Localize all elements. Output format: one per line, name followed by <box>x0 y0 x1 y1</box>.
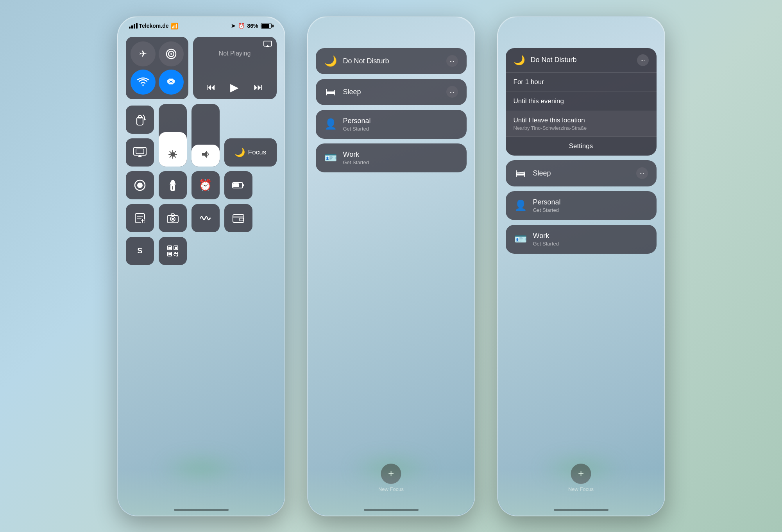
focus-screen-2: 🌙 Do Not Disturb ··· 🛏 Sleep ··· <box>308 40 474 180</box>
brightness-slider[interactable] <box>159 104 187 167</box>
volume-slider[interactable] <box>191 104 220 167</box>
personal-sub-label-3: Get Started <box>533 207 561 213</box>
personal-sub-label: Get Started <box>343 126 371 132</box>
dnd-settings-button[interactable]: Settings <box>506 137 657 156</box>
dnd-item-left: 🌙 Do Not Disturb <box>324 55 389 67</box>
voice-memos-button[interactable] <box>191 204 220 232</box>
work-id-icon: 🪪 <box>324 152 337 164</box>
dnd-header-label: Do Not Disturb <box>531 56 577 64</box>
home-indicator-1 <box>174 509 229 511</box>
cc-grid-row-1: ⏰ <box>126 171 277 199</box>
sleep-bed-icon: 🛏 <box>324 86 337 98</box>
svg-point-19 <box>137 183 143 188</box>
carrier-label: Telekom.de <box>139 23 169 29</box>
personal-label-3: Personal <box>533 198 561 206</box>
svg-line-13 <box>170 151 170 152</box>
dnd-header: 🌙 Do Not Disturb ··· <box>506 48 657 72</box>
focus-button[interactable]: 🌙 Focus <box>224 138 277 167</box>
sleep-item-left-3: 🛏 Sleep <box>514 167 551 179</box>
wifi-button[interactable] <box>131 70 156 95</box>
sleep-label-group: Sleep <box>343 88 361 96</box>
dnd-options-list: For 1 hour Until this evening Until I le… <box>506 72 657 156</box>
cellular-button[interactable] <box>159 41 184 66</box>
work-item-left-3: 🪪 Work Get Started <box>514 232 559 247</box>
dnd-option-evening[interactable]: Until this evening <box>506 92 657 111</box>
battery-icon <box>261 23 274 29</box>
work-label-3: Work <box>533 232 559 240</box>
airplay-cast-icon[interactable] <box>263 41 272 50</box>
camera-button[interactable] <box>159 204 187 232</box>
svg-point-34 <box>172 218 174 220</box>
airplane-mode-button[interactable]: ✈ <box>131 41 156 66</box>
media-play-button[interactable]: ▶ <box>230 81 239 94</box>
focus-list-2: 🌙 Do Not Disturb ··· 🛏 Sleep ··· <box>316 48 467 172</box>
dnd-focus-item[interactable]: 🌙 Do Not Disturb ··· <box>316 48 467 74</box>
svg-rect-22 <box>172 180 174 181</box>
orientation-lock-button[interactable] <box>126 106 154 134</box>
sleep-focus-item[interactable]: 🛏 Sleep ··· <box>316 79 467 105</box>
signal-icon <box>129 23 138 29</box>
cc-grid-row-3: S <box>126 237 277 265</box>
sleep-bed-icon-3: 🛏 <box>514 167 527 179</box>
dnd-more-button[interactable]: ··· <box>446 55 458 67</box>
connectivity-panel: ✈ ⭖ <box>126 37 188 99</box>
personal-item-left-3: 👤 Personal Get Started <box>514 198 561 213</box>
screen-mirror-button[interactable] <box>126 138 154 167</box>
svg-rect-43 <box>168 253 171 255</box>
svg-rect-35 <box>233 215 244 222</box>
flashlight-button[interactable] <box>159 171 187 199</box>
battery-health-button[interactable] <box>224 171 252 199</box>
screen-record-button[interactable] <box>126 171 154 199</box>
dnd-option-location-label: Until I leave this location <box>514 116 649 124</box>
svg-rect-39 <box>168 247 171 249</box>
status-right: ➤ ⏰ 86% <box>231 23 273 29</box>
work-label-group-3: Work Get Started <box>533 232 559 247</box>
work-focus-item[interactable]: 🪪 Work Get Started <box>316 143 467 172</box>
phone-1-frame: Telekom.de 📶 ➤ ⏰ 86% ✈ <box>117 16 285 516</box>
sleep-label: Sleep <box>343 88 361 96</box>
svg-rect-37 <box>240 218 243 221</box>
dnd-moon-icon: 🌙 <box>324 55 337 67</box>
shazam-button[interactable]: S <box>126 237 154 265</box>
dnd-option-1hour[interactable]: For 1 hour <box>506 73 657 92</box>
focus-moon-icon: 🌙 <box>234 147 245 158</box>
svg-point-8 <box>171 152 175 156</box>
alarm-button[interactable]: ⏰ <box>191 171 220 199</box>
home-indicator-2 <box>364 509 419 511</box>
qr-scanner-button[interactable] <box>159 237 187 265</box>
personal-focus-item[interactable]: 👤 Personal Get Started <box>316 110 467 139</box>
dnd-option-location[interactable]: Until I leave this location Nearby Tino-… <box>506 111 657 137</box>
blur-bottom-2 <box>308 469 474 516</box>
work-sub-label: Get Started <box>343 159 369 165</box>
home-indicator-3 <box>554 509 608 511</box>
status-left: Telekom.de 📶 <box>129 22 178 30</box>
blur-bottom-3 <box>498 469 664 516</box>
svg-marker-17 <box>202 151 207 158</box>
sleep-more-button-3[interactable]: ··· <box>636 167 648 179</box>
sleep-focus-item-3[interactable]: 🛏 Sleep ··· <box>506 160 657 186</box>
sleep-item-left: 🛏 Sleep <box>324 86 361 98</box>
status-bar-1: Telekom.de 📶 ➤ ⏰ 86% <box>118 17 285 33</box>
work-focus-item-3[interactable]: 🪪 Work Get Started <box>506 225 657 254</box>
media-rewind-button[interactable]: ⏮ <box>206 82 216 93</box>
add-note-button[interactable] <box>126 204 154 232</box>
wallet-button[interactable] <box>224 204 252 232</box>
dnd-option-location-sub: Nearby Tino-Schwierzina-Straße <box>514 125 649 131</box>
sleep-more-button[interactable]: ··· <box>446 86 458 98</box>
sliders-panel <box>159 104 220 167</box>
bluetooth-button[interactable]: ⭖ <box>159 70 184 95</box>
personal-label: Personal <box>343 117 371 125</box>
work-label: Work <box>343 150 369 159</box>
work-id-icon-3: 🪪 <box>514 233 527 245</box>
media-forward-button[interactable]: ⏭ <box>254 82 263 93</box>
media-panel: Not Playing ⏮ ▶ ⏭ <box>193 37 277 99</box>
dnd-header-more-button[interactable]: ··· <box>637 54 649 66</box>
personal-person-icon-3: 👤 <box>514 199 527 211</box>
media-controls: ⏮ ▶ ⏭ <box>199 81 270 94</box>
svg-rect-6 <box>134 147 146 155</box>
work-item-left: 🪪 Work Get Started <box>324 150 369 165</box>
svg-rect-41 <box>175 247 177 249</box>
personal-focus-item-3[interactable]: 👤 Personal Get Started <box>506 191 657 220</box>
work-sub-label-3: Get Started <box>533 241 559 247</box>
svg-rect-7 <box>136 149 144 154</box>
